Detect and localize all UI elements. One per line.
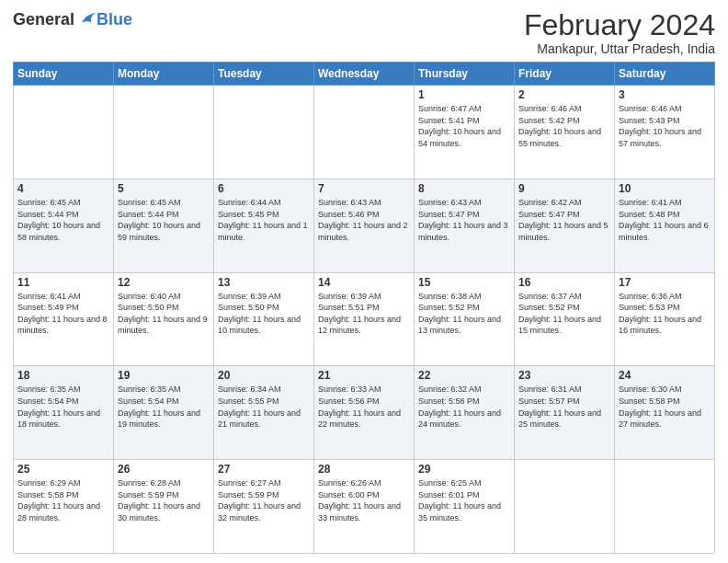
day-info: Sunrise: 6:46 AM Sunset: 5:43 PM Dayligh… — [619, 103, 711, 149]
day-info: Sunrise: 6:39 AM Sunset: 5:51 PM Dayligh… — [318, 291, 410, 337]
calendar-header-row: SundayMondayTuesdayWednesdayThursdayFrid… — [14, 63, 715, 86]
calendar-day-header: Sunday — [14, 63, 114, 86]
calendar-week-row: 25Sunrise: 6:29 AM Sunset: 5:58 PM Dayli… — [14, 460, 715, 554]
day-number: 8 — [418, 182, 510, 195]
day-number: 3 — [619, 88, 711, 101]
calendar-cell — [515, 460, 615, 554]
day-info: Sunrise: 6:41 AM Sunset: 5:49 PM Dayligh… — [17, 291, 109, 337]
day-info: Sunrise: 6:43 AM Sunset: 5:46 PM Dayligh… — [318, 197, 410, 243]
logo: General Blue — [13, 9, 132, 29]
day-info: Sunrise: 6:40 AM Sunset: 5:50 PM Dayligh… — [118, 291, 210, 337]
day-info: Sunrise: 6:46 AM Sunset: 5:42 PM Dayligh… — [518, 103, 610, 149]
calendar-cell: 20Sunrise: 6:34 AM Sunset: 5:55 PM Dayli… — [214, 366, 314, 460]
day-number: 13 — [218, 276, 310, 289]
calendar-cell: 17Sunrise: 6:36 AM Sunset: 5:53 PM Dayli… — [615, 272, 715, 366]
day-number: 11 — [17, 276, 109, 289]
day-number: 24 — [619, 369, 711, 382]
calendar-cell — [615, 460, 715, 554]
day-info: Sunrise: 6:42 AM Sunset: 5:47 PM Dayligh… — [518, 197, 610, 243]
calendar-cell: 24Sunrise: 6:30 AM Sunset: 5:58 PM Dayli… — [615, 366, 715, 460]
calendar-cell — [14, 86, 114, 179]
logo-general: General — [13, 10, 74, 29]
day-info: Sunrise: 6:36 AM Sunset: 5:53 PM Dayligh… — [619, 291, 711, 337]
calendar-cell: 22Sunrise: 6:32 AM Sunset: 5:56 PM Dayli… — [415, 366, 515, 460]
calendar-cell — [314, 86, 415, 179]
day-info: Sunrise: 6:30 AM Sunset: 5:58 PM Dayligh… — [619, 384, 711, 430]
calendar-week-row: 18Sunrise: 6:35 AM Sunset: 5:54 PM Dayli… — [14, 366, 715, 460]
day-info: Sunrise: 6:27 AM Sunset: 5:59 PM Dayligh… — [218, 477, 310, 523]
day-number: 7 — [318, 182, 410, 195]
day-info: Sunrise: 6:25 AM Sunset: 6:01 PM Dayligh… — [418, 477, 510, 523]
day-number: 1 — [418, 88, 510, 101]
day-info: Sunrise: 6:47 AM Sunset: 5:41 PM Dayligh… — [418, 103, 510, 149]
day-number: 18 — [17, 369, 109, 382]
day-info: Sunrise: 6:28 AM Sunset: 5:59 PM Dayligh… — [118, 477, 210, 523]
day-number: 16 — [518, 276, 610, 289]
day-number: 26 — [118, 463, 210, 476]
day-info: Sunrise: 6:44 AM Sunset: 5:45 PM Dayligh… — [218, 197, 310, 243]
logo-text: General Blue — [13, 9, 132, 29]
day-number: 19 — [118, 369, 210, 382]
calendar-cell: 5Sunrise: 6:45 AM Sunset: 5:44 PM Daylig… — [114, 178, 214, 272]
day-number: 28 — [318, 463, 410, 476]
day-number: 23 — [518, 369, 610, 382]
day-info: Sunrise: 6:35 AM Sunset: 5:54 PM Dayligh… — [17, 384, 109, 430]
calendar-cell: 11Sunrise: 6:41 AM Sunset: 5:49 PM Dayli… — [14, 272, 114, 366]
calendar-cell: 26Sunrise: 6:28 AM Sunset: 5:59 PM Dayli… — [114, 460, 214, 554]
calendar-week-row: 11Sunrise: 6:41 AM Sunset: 5:49 PM Dayli… — [14, 272, 715, 366]
day-info: Sunrise: 6:37 AM Sunset: 5:52 PM Dayligh… — [518, 291, 610, 337]
day-number: 9 — [518, 182, 610, 195]
day-number: 4 — [17, 182, 109, 195]
day-number: 27 — [218, 463, 310, 476]
title-area: February 2024 Mankapur, Uttar Pradesh, I… — [524, 9, 715, 56]
calendar-cell: 19Sunrise: 6:35 AM Sunset: 5:54 PM Dayli… — [114, 366, 214, 460]
calendar-cell: 16Sunrise: 6:37 AM Sunset: 5:52 PM Dayli… — [515, 272, 615, 366]
main-title: February 2024 — [524, 9, 715, 41]
calendar-cell: 6Sunrise: 6:44 AM Sunset: 5:45 PM Daylig… — [214, 178, 314, 272]
day-number: 2 — [518, 88, 610, 101]
day-info: Sunrise: 6:29 AM Sunset: 5:58 PM Dayligh… — [17, 477, 109, 523]
calendar-cell: 2Sunrise: 6:46 AM Sunset: 5:42 PM Daylig… — [515, 86, 615, 179]
subtitle: Mankapur, Uttar Pradesh, India — [524, 41, 715, 56]
header: General Blue February 2024 Mankapur, Utt… — [13, 9, 715, 56]
day-info: Sunrise: 6:33 AM Sunset: 5:56 PM Dayligh… — [318, 384, 410, 430]
calendar-week-row: 1Sunrise: 6:47 AM Sunset: 5:41 PM Daylig… — [14, 86, 715, 179]
calendar-day-header: Tuesday — [214, 63, 314, 86]
day-number: 12 — [118, 276, 210, 289]
calendar-cell — [114, 86, 214, 179]
calendar-day-header: Wednesday — [314, 63, 415, 86]
calendar-cell: 4Sunrise: 6:45 AM Sunset: 5:44 PM Daylig… — [14, 178, 114, 272]
calendar-day-header: Thursday — [415, 63, 515, 86]
page: General Blue February 2024 Mankapur, Utt… — [0, 0, 728, 563]
calendar: SundayMondayTuesdayWednesdayThursdayFrid… — [13, 62, 715, 554]
calendar-cell: 8Sunrise: 6:43 AM Sunset: 5:47 PM Daylig… — [415, 178, 515, 272]
day-info: Sunrise: 6:45 AM Sunset: 5:44 PM Dayligh… — [118, 197, 210, 243]
calendar-cell — [214, 86, 314, 179]
day-info: Sunrise: 6:39 AM Sunset: 5:50 PM Dayligh… — [218, 291, 310, 337]
calendar-cell: 23Sunrise: 6:31 AM Sunset: 5:57 PM Dayli… — [515, 366, 615, 460]
day-info: Sunrise: 6:32 AM Sunset: 5:56 PM Dayligh… — [418, 384, 510, 430]
day-number: 22 — [418, 369, 510, 382]
day-info: Sunrise: 6:31 AM Sunset: 5:57 PM Dayligh… — [518, 384, 610, 430]
day-number: 14 — [318, 276, 410, 289]
calendar-cell: 18Sunrise: 6:35 AM Sunset: 5:54 PM Dayli… — [14, 366, 114, 460]
day-number: 17 — [619, 276, 711, 289]
calendar-week-row: 4Sunrise: 6:45 AM Sunset: 5:44 PM Daylig… — [14, 178, 715, 272]
calendar-cell: 15Sunrise: 6:38 AM Sunset: 5:52 PM Dayli… — [415, 272, 515, 366]
calendar-cell: 29Sunrise: 6:25 AM Sunset: 6:01 PM Dayli… — [415, 460, 515, 554]
calendar-cell: 14Sunrise: 6:39 AM Sunset: 5:51 PM Dayli… — [314, 272, 415, 366]
day-number: 20 — [218, 369, 310, 382]
day-info: Sunrise: 6:41 AM Sunset: 5:48 PM Dayligh… — [619, 197, 711, 243]
calendar-cell: 9Sunrise: 6:42 AM Sunset: 5:47 PM Daylig… — [515, 178, 615, 272]
calendar-cell: 3Sunrise: 6:46 AM Sunset: 5:43 PM Daylig… — [615, 86, 715, 179]
day-info: Sunrise: 6:34 AM Sunset: 5:55 PM Dayligh… — [218, 384, 310, 430]
calendar-day-header: Monday — [114, 63, 214, 86]
day-number: 15 — [418, 276, 510, 289]
day-info: Sunrise: 6:43 AM Sunset: 5:47 PM Dayligh… — [418, 197, 510, 243]
calendar-cell: 12Sunrise: 6:40 AM Sunset: 5:50 PM Dayli… — [114, 272, 214, 366]
day-number: 25 — [17, 463, 109, 476]
day-number: 6 — [218, 182, 310, 195]
calendar-cell: 13Sunrise: 6:39 AM Sunset: 5:50 PM Dayli… — [214, 272, 314, 366]
day-number: 5 — [118, 182, 210, 195]
day-info: Sunrise: 6:35 AM Sunset: 5:54 PM Dayligh… — [118, 384, 210, 430]
